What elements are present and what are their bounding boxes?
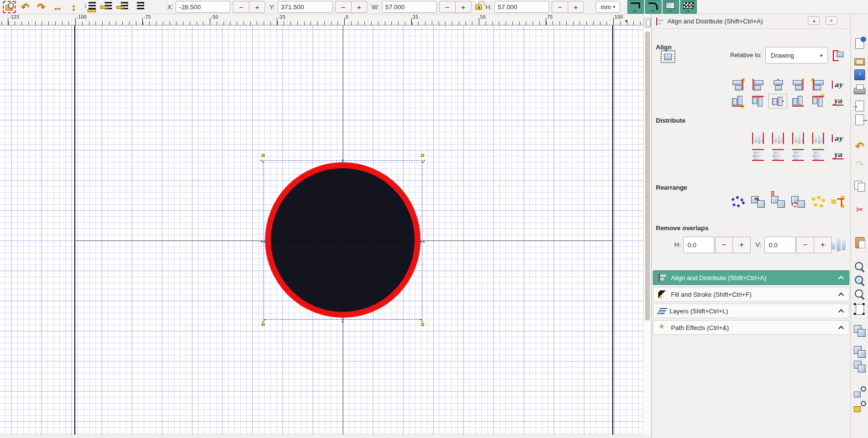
- h-increment-button[interactable]: +: [568, 1, 584, 13]
- w-input[interactable]: 57.000: [382, 1, 437, 13]
- create-clone-icon[interactable]: [853, 345, 867, 359]
- new-document-icon[interactable]: [853, 37, 867, 50]
- vertical-scrollbar-thumb[interactable]: [645, 31, 650, 321]
- undo-icon[interactable]: [853, 139, 867, 153]
- center-on-vertical-axis-icon[interactable]: [768, 77, 788, 92]
- panel-close-button[interactable]: ×: [825, 16, 837, 25]
- zoom-drawing-icon[interactable]: [853, 274, 867, 288]
- overlap-h-input[interactable]: 0.0: [683, 237, 714, 253]
- exchange-positions-zorder-icon[interactable]: [768, 194, 788, 210]
- horizontal-ruler[interactable]: ▼ -125-100-75-50-250255075100: [0, 14, 643, 25]
- horizontal-scrollbar[interactable]: [0, 435, 643, 438]
- dock-header-align[interactable]: Align and Distribute (Shift+Ctrl+A): [653, 270, 849, 285]
- dock-header-path[interactable]: Path Effects (Ctrl+&): [653, 320, 849, 335]
- vertical-scrollbar[interactable]: [643, 14, 651, 435]
- save-document-icon[interactable]: [853, 68, 867, 82]
- move-patterns-toggle[interactable]: [680, 0, 697, 14]
- export-icon[interactable]: [853, 113, 867, 127]
- paste-in-place-icon[interactable]: [853, 400, 867, 414]
- distribute-centers-vertical-icon[interactable]: [768, 147, 788, 163]
- overlap-h-increment-button[interactable]: +: [733, 237, 751, 253]
- distribute-top-edges-icon[interactable]: [748, 147, 768, 163]
- lock-ratio-icon[interactable]: [475, 4, 482, 10]
- zoom-selection-icon[interactable]: [853, 261, 867, 274]
- align-bottom-to-anchor-top-icon[interactable]: [728, 93, 748, 109]
- select-all-icon[interactable]: [1, 0, 17, 13]
- overlap-v-increment-button[interactable]: +: [814, 237, 832, 253]
- move-as-group-icon[interactable]: [832, 49, 845, 61]
- duplicate-icon[interactable]: [853, 324, 867, 338]
- distribute-text-baselines-icon[interactable]: ya: [828, 147, 848, 163]
- align-text-anchors-horizontal-icon[interactable]: ay: [828, 77, 848, 92]
- lower-one-step-icon[interactable]: ↓: [98, 0, 114, 13]
- distribute-equal-vertical-gaps-icon[interactable]: [808, 147, 828, 163]
- relative-to-dropdown[interactable]: Drawing ▾: [765, 47, 828, 64]
- dock-header-fill[interactable]: Fill and Stroke (Shift+Ctrl+F): [653, 287, 849, 302]
- distribute-bottom-edges-icon[interactable]: [788, 147, 808, 163]
- drawing-canvas[interactable]: ↔ ↔ ↔ ↔ ↕ ↕ ↔ ↔: [0, 25, 643, 435]
- y-input[interactable]: 371.500: [278, 1, 333, 13]
- scale-handle-top[interactable]: ↕: [338, 156, 347, 165]
- redo-icon[interactable]: [853, 158, 867, 172]
- center-on-horizontal-axis-icon[interactable]: [768, 93, 788, 109]
- align-top-to-anchor-bottom-icon[interactable]: [808, 93, 828, 109]
- align-right-to-anchor-left-icon[interactable]: [728, 77, 748, 92]
- x-input[interactable]: -28.500: [176, 1, 230, 13]
- distribute-equal-horizontal-gaps-icon[interactable]: [808, 131, 828, 146]
- x-decrement-button[interactable]: −: [233, 1, 249, 13]
- align-right-edges-icon[interactable]: [788, 77, 808, 92]
- unclump-objects-icon[interactable]: [828, 194, 848, 210]
- raise-one-step-icon[interactable]: ↑: [114, 0, 130, 13]
- flip-horizontal-icon[interactable]: ↔: [49, 0, 66, 13]
- rotate-cw-icon[interactable]: ↷: [33, 0, 49, 13]
- move-gradients-toggle[interactable]: [663, 0, 679, 14]
- exchange-positions-clockwise-icon[interactable]: [788, 194, 808, 210]
- align-top-edges-icon[interactable]: [748, 93, 768, 109]
- scale-handle-bottom[interactable]: ↕: [338, 315, 347, 324]
- distribute-text-anchors-horizontal-icon[interactable]: ay: [828, 131, 848, 146]
- zoom-page-icon[interactable]: [853, 288, 867, 302]
- copy-icon[interactable]: [853, 179, 867, 193]
- exchange-positions-icon[interactable]: [748, 194, 768, 210]
- randomize-centers-icon[interactable]: [808, 194, 828, 210]
- scale-rounded-corners-toggle[interactable]: [645, 0, 662, 14]
- scale-stroke-toggle[interactable]: [627, 0, 644, 14]
- treat-selection-as-group-icon[interactable]: [661, 50, 675, 63]
- object-properties-icon[interactable]: [853, 386, 867, 399]
- graph-layout-icon[interactable]: [728, 194, 748, 210]
- align-left-edges-icon[interactable]: [748, 77, 768, 92]
- remove-overlaps-icon[interactable]: [831, 238, 846, 252]
- h-decrement-button[interactable]: −: [552, 1, 568, 13]
- import-icon[interactable]: [853, 99, 867, 113]
- overlap-h-decrement-button[interactable]: −: [715, 237, 733, 253]
- scale-handle-left[interactable]: ↔: [259, 236, 267, 244]
- distribute-centers-horizontal-icon[interactable]: [768, 131, 788, 146]
- align-left-to-anchor-right-icon[interactable]: [808, 77, 828, 92]
- paste-icon[interactable]: [853, 236, 867, 249]
- overlap-v-decrement-button[interactable]: −: [796, 237, 814, 253]
- scale-handle-right[interactable]: ↔: [418, 236, 427, 244]
- y-decrement-button[interactable]: −: [335, 1, 351, 13]
- w-decrement-button[interactable]: −: [439, 1, 455, 13]
- align-text-baselines-icon[interactable]: ya: [828, 93, 848, 109]
- document-properties-icon[interactable]: [853, 303, 867, 316]
- scrollbar-corner-button[interactable]: [644, 17, 651, 28]
- unlink-clone-icon[interactable]: [853, 360, 867, 373]
- flip-vertical-icon[interactable]: ↕: [66, 0, 82, 13]
- distribute-left-edges-icon[interactable]: [748, 131, 768, 146]
- lower-to-bottom-icon[interactable]: ↓: [82, 0, 98, 13]
- overlap-v-input[interactable]: 0.0: [764, 237, 796, 253]
- cut-icon[interactable]: [853, 203, 867, 217]
- y-increment-button[interactable]: +: [351, 1, 367, 13]
- unit-dropdown[interactable]: mm ▾: [596, 1, 620, 13]
- raise-to-top-icon[interactable]: ↑: [130, 0, 146, 13]
- h-input[interactable]: 57.000: [494, 1, 549, 13]
- x-increment-button[interactable]: +: [249, 1, 265, 13]
- panel-undock-button[interactable]: ◂: [808, 16, 820, 25]
- print-icon[interactable]: [853, 83, 867, 96]
- dock-header-layers[interactable]: Layers (Shift+Ctrl+L): [653, 304, 849, 318]
- rotate-ccw-icon[interactable]: ↶: [17, 0, 33, 13]
- w-increment-button[interactable]: +: [455, 1, 471, 13]
- align-bottom-edges-icon[interactable]: [788, 93, 808, 109]
- distribute-right-edges-icon[interactable]: [788, 131, 808, 146]
